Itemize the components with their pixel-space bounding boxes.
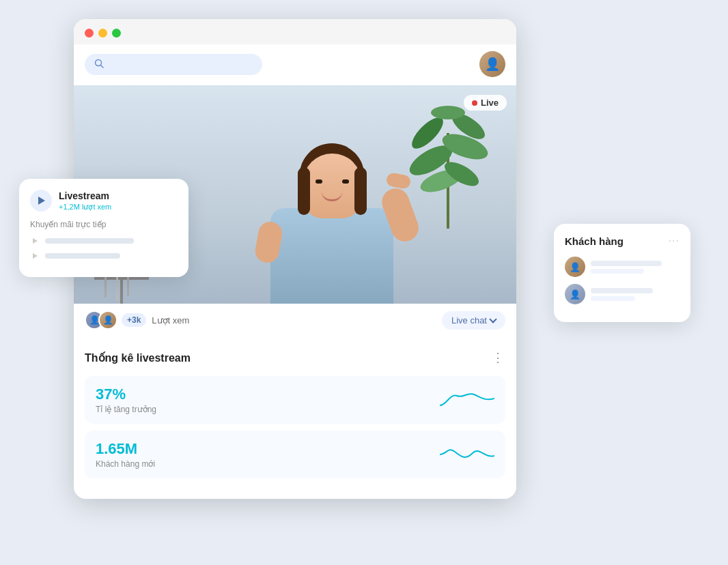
stat-customers-value: 1.65M [96,440,155,458]
traffic-green-button[interactable] [112,29,121,38]
kh-header: Khách hàng ··· [565,235,680,247]
kh-more-button[interactable]: ··· [669,235,680,247]
kh-bar-top-1 [591,261,662,266]
viewers-section: 👤 👤 +3k Lượt xem [85,310,189,330]
stat-card-growth: 37% Tỉ lệ tăng trưởng [85,376,505,424]
stat-growth-value: 37% [96,386,156,403]
viewer-avatar-2: 👤 [98,310,117,330]
kh-bar-bottom-2 [591,296,635,301]
sidebar-title-block: Livestream +1,2M lượt xem [59,190,111,212]
live-chat-label: Live chat [451,315,487,325]
traffic-red-button[interactable] [85,29,94,38]
stat-customers-info: 1.65M Khách hàng mới [96,440,155,469]
stat-growth-info: 37% Tỉ lệ tăng trưởng [96,386,156,414]
sidebar-promo-label: Khuyến mãi trực tiếp [30,220,178,229]
sidebar-subtitle: +1,2M lượt xem [59,203,111,212]
sidebar-list-bar-1 [45,238,134,244]
live-chat-button[interactable]: Live chat [442,311,505,330]
sidebar-list-bar-2 [45,253,120,259]
svg-point-7 [431,106,465,119]
clothes-rack [94,277,149,304]
kh-title: Khách hàng [565,235,624,247]
viewer-avatars: 👤 👤 [85,310,112,330]
stats-title: Thống kê livestream [85,351,191,364]
stat-growth-label: Tỉ lệ tăng trưởng [96,405,156,414]
play-button[interactable] [30,190,52,212]
stats-header: Thống kê livestream ⋮ [85,350,505,365]
sidebar-list-play-1 [30,236,40,246]
stat-customers-label: Khách hàng mới [96,459,155,469]
person-figure [270,143,393,304]
user-avatar-image: 👤 [479,51,505,77]
kh-avatar-2: 👤 [565,284,585,304]
kh-avatar-1: 👤 [565,257,585,277]
stat-card-customers: 1.65M Khách hàng mới [85,431,505,478]
sidebar-title-text: Livestream [59,190,111,201]
chevron-down-icon [489,315,496,323]
stat-growth-chart [440,386,494,414]
small-play-icon-1 [33,238,38,244]
small-play-icon-2 [33,253,38,259]
svg-line-1 [101,65,104,68]
search-bar[interactable] [85,54,262,75]
kh-item-1: 👤 [565,257,680,277]
search-icon [94,59,104,70]
video-bottom-bar: 👤 👤 +3k Lượt xem Live chat [74,304,516,336]
sidebar-list-play-2 [30,251,40,261]
kh-info-1 [591,261,680,274]
play-icon [38,197,45,205]
kh-bar-top-2 [591,288,653,293]
sidebar-list-item-1 [30,236,178,246]
browser-search-bar: 👤 [74,44,516,85]
sidebar-livestream-panel: Livestream +1,2M lượt xem Khuyến mãi trự… [19,179,188,277]
khach-hang-card: Khách hàng ··· 👤 👤 [554,224,690,322]
browser-titlebar [74,19,516,44]
traffic-yellow-button[interactable] [98,29,107,38]
sidebar-header: Livestream +1,2M lượt xem [30,190,178,212]
kh-bar-bottom-1 [591,269,644,274]
kh-info-2 [591,288,680,301]
sidebar-list-item-2 [30,251,178,261]
plant-decoration [407,92,489,231]
stat-customers-chart [440,441,494,468]
kh-item-2: 👤 [565,284,680,304]
avatar[interactable]: 👤 [479,51,505,77]
luot-xem-label: Lượt xem [152,315,189,325]
viewer-count-badge: +3k [122,313,146,327]
stats-section: Thống kê livestream ⋮ 37% Tỉ lệ tăng trư… [74,336,516,499]
stats-more-button[interactable]: ⋮ [492,350,505,365]
